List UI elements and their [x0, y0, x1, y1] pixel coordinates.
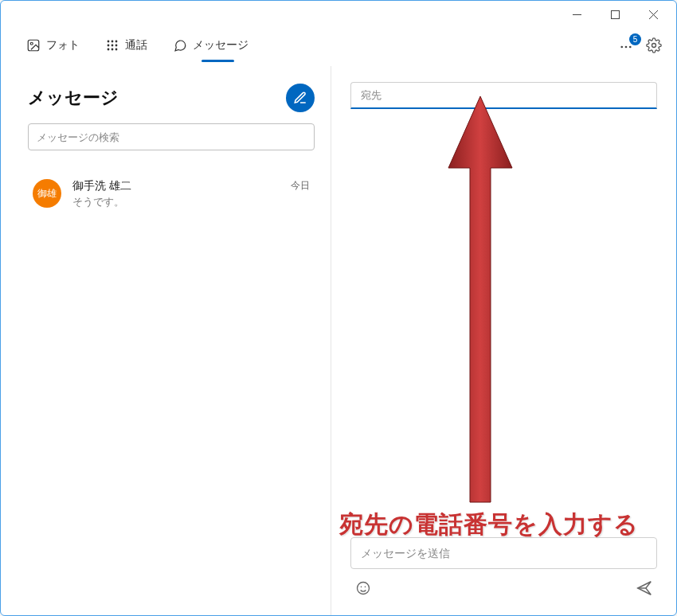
page-title: メッセージ — [28, 86, 119, 110]
gear-icon — [646, 37, 662, 53]
svg-point-13 — [112, 49, 114, 51]
more-button[interactable]: 5 — [617, 38, 635, 56]
compose-button[interactable] — [286, 84, 315, 112]
svg-point-12 — [108, 49, 110, 51]
annotation-arrow-icon — [444, 96, 516, 510]
svg-point-15 — [620, 46, 623, 49]
tab-photo[interactable]: フォト — [25, 33, 81, 60]
tabs-row: フォト 通話 メッセージ 5 — [1, 28, 676, 66]
compose-controls — [350, 577, 657, 601]
conversation-preview: そうです。 — [72, 195, 280, 209]
svg-point-22 — [365, 587, 366, 588]
emoji-icon — [355, 580, 371, 596]
conversation-item[interactable]: 御雄 御手洗 雄二 そうです。 今日 — [28, 173, 315, 216]
svg-point-7 — [112, 41, 114, 43]
svg-point-6 — [108, 41, 110, 43]
settings-button[interactable] — [646, 37, 662, 57]
message-icon — [173, 38, 187, 53]
minimize-button[interactable] — [558, 2, 595, 26]
minimize-icon — [573, 10, 581, 19]
tab-calls[interactable]: 通話 — [104, 33, 149, 60]
left-column: メッセージ 御雄 御手洗 雄二 そうです。 今日 — [1, 66, 331, 615]
svg-point-17 — [629, 46, 632, 49]
svg-point-20 — [358, 583, 370, 595]
conversation-list: 御雄 御手洗 雄二 そうです。 今日 — [28, 173, 315, 216]
conversation-text: 御手洗 雄二 そうです。 — [72, 179, 280, 209]
body: メッセージ 御雄 御手洗 雄二 そうです。 今日 — [1, 66, 676, 615]
svg-rect-4 — [28, 40, 39, 51]
tabs: フォト 通話 メッセージ — [25, 33, 250, 60]
right-column: 宛先の電話番号を入力する — [331, 66, 676, 615]
titlebar — [1, 1, 676, 28]
tab-messages[interactable]: メッセージ — [171, 33, 250, 60]
tab-messages-label: メッセージ — [193, 38, 248, 53]
toolbar-right: 5 — [617, 37, 662, 57]
app-window: フォト 通話 メッセージ 5 — [0, 0, 677, 616]
annotation-text: 宛先の電話番号を入力する — [339, 509, 658, 541]
photo-icon — [26, 38, 41, 53]
conversation-name: 御手洗 雄二 — [72, 179, 280, 193]
emoji-button[interactable] — [352, 577, 374, 599]
annotation-overlay: 宛先の電話番号を入力する — [331, 66, 676, 615]
svg-point-14 — [115, 49, 118, 51]
compose-area — [350, 537, 657, 601]
svg-point-10 — [112, 45, 114, 47]
svg-marker-19 — [448, 96, 512, 502]
send-button[interactable] — [633, 577, 655, 599]
svg-rect-1 — [611, 10, 619, 18]
tab-photo-label: フォト — [46, 38, 80, 53]
dialpad-icon — [105, 38, 119, 53]
close-button[interactable] — [635, 2, 671, 26]
search-input[interactable] — [37, 131, 306, 143]
svg-point-16 — [625, 46, 628, 49]
left-header: メッセージ — [28, 84, 315, 112]
svg-point-5 — [30, 42, 33, 45]
conversation-time: 今日 — [291, 179, 310, 193]
svg-point-11 — [115, 45, 118, 47]
message-input[interactable] — [350, 537, 657, 569]
search-box[interactable] — [28, 123, 315, 150]
compose-icon — [293, 91, 307, 105]
tab-calls-label: 通話 — [125, 38, 147, 53]
svg-point-8 — [115, 41, 118, 43]
recipient-input[interactable] — [350, 82, 657, 109]
maximize-icon — [611, 10, 620, 19]
svg-point-18 — [652, 44, 656, 48]
notification-badge: 5 — [629, 33, 641, 45]
svg-point-9 — [108, 45, 110, 47]
send-icon — [636, 579, 653, 597]
maximize-button[interactable] — [597, 2, 633, 26]
avatar: 御雄 — [33, 179, 61, 208]
close-icon — [649, 10, 658, 19]
svg-point-21 — [361, 587, 362, 588]
